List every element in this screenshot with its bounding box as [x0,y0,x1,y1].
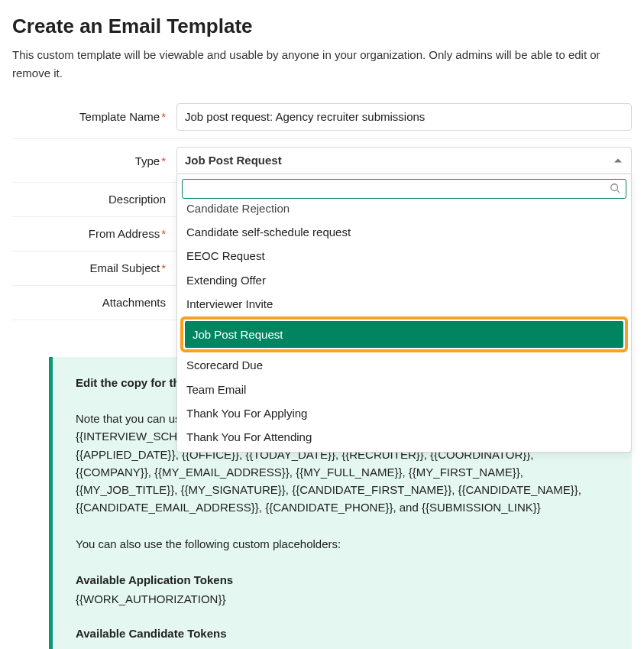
page-subtitle: This custom template will be viewable an… [12,46,632,82]
type-option-selected[interactable]: Job Post Request [185,321,623,348]
help-cand-tokens-title: Available Candidate Tokens [76,625,609,642]
label-type: Type* [12,147,176,170]
type-option[interactable]: Extending Offer [177,268,631,292]
label-template-name: Template Name* [12,108,176,125]
type-selected-value: Job Post Request [185,151,282,169]
type-option[interactable]: Interviewer Invite [177,292,631,316]
type-option[interactable]: Team Email [177,378,631,401]
type-select[interactable]: Job Post Request [176,147,632,174]
help-app-tokens: {{WORK_AUTHORIZATION}} [76,590,609,608]
type-option-list: Candidate Rejection Candidate self-sched… [177,196,631,453]
type-search-input[interactable] [182,179,626,199]
type-option[interactable]: Thank You For Applying [177,401,631,425]
chevron-up-icon [614,158,622,162]
label-from-address: From Address* [12,225,176,242]
help-cand-tokens: {{PORTFOLIO_LINK}} [76,644,609,649]
template-name-input[interactable] [176,103,632,131]
row-type: Type* Job Post Request Candidate Rejecti… [12,139,632,183]
highlight-callout: Job Post Request [180,316,628,352]
type-option[interactable]: Candidate self-schedule request [177,220,631,244]
type-option[interactable]: EEOC Request [177,244,631,268]
help-custom-intro: You can also use the following custom pl… [76,535,609,553]
type-dropdown-panel: Candidate Rejection Candidate self-sched… [176,174,632,453]
label-description: Description [12,190,176,208]
page-title: Create an Email Template [12,11,632,41]
type-option[interactable]: Scorecard Due [177,353,631,377]
row-template-name: Template Name* [12,96,632,139]
label-attachments: Attachments [12,294,176,311]
type-option[interactable]: Thank You For Attending [177,425,631,449]
help-app-tokens-title: Available Application Tokens [76,571,609,589]
label-email-subject: Email Subject* [12,259,176,277]
